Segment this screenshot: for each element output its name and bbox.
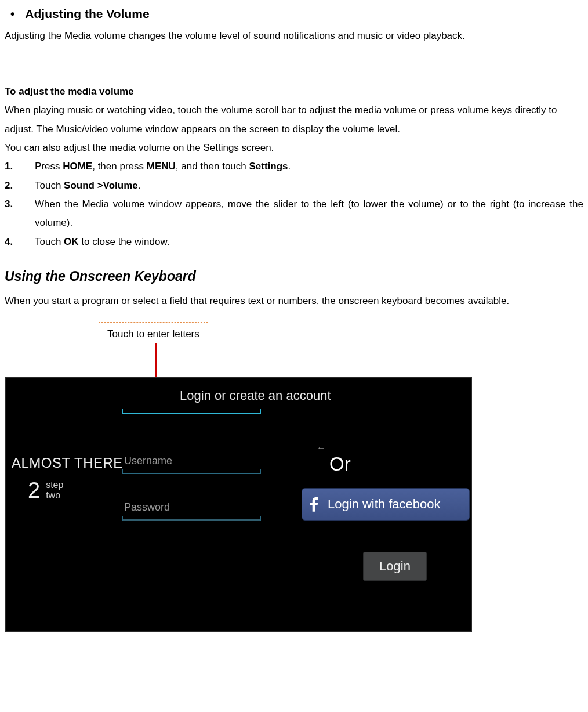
keyboard-diagram: Touch to enter letters ALMOST THERE 2 st… xyxy=(5,322,583,647)
phone-screenshot: ALMOST THERE 2 step two Login or create … xyxy=(5,377,472,632)
media-volume-paragraph-1: When playing music or watching video, to… xyxy=(5,101,583,139)
login-button[interactable]: Login xyxy=(363,552,427,581)
step-4: Touch OK to close the window. xyxy=(5,233,583,251)
step-indicator: 2 step two xyxy=(28,469,63,511)
step-3: When the Media volume window appears, mo… xyxy=(5,195,583,233)
backspace-icon: ← xyxy=(317,439,326,457)
facebook-icon xyxy=(308,497,321,512)
step-text: step two xyxy=(46,480,63,501)
onscreen-keyboard-intro: When you start a program or select a fie… xyxy=(5,292,583,310)
password-placeholder: Password xyxy=(124,501,170,513)
login-title: Login or create an account xyxy=(180,384,331,408)
section-adjusting-volume-heading: • Adjusting the Volume xyxy=(5,2,583,26)
top-input-underline[interactable] xyxy=(122,407,261,414)
step-2: Touch Sound >Volume. xyxy=(5,176,583,195)
login-button-label: Login xyxy=(379,554,411,579)
facebook-button-label: Login with facebook xyxy=(328,492,440,516)
callout-label: Touch to enter letters xyxy=(99,322,208,346)
step-1: Press HOME, then press MENU, and then to… xyxy=(5,157,583,176)
media-volume-paragraph-2: You can also adjust the media volume on … xyxy=(5,139,583,157)
media-volume-subheading: To adjust the media volume xyxy=(5,82,583,101)
username-field[interactable]: Username xyxy=(122,447,261,474)
bullet-dot: • xyxy=(10,2,14,26)
login-with-facebook-button[interactable]: Login with facebook xyxy=(302,488,470,521)
heading-text: Adjusting the Volume xyxy=(25,2,149,26)
volume-intro-paragraph: Adjusting the Media volume changes the v… xyxy=(5,27,583,45)
or-label: Or xyxy=(329,446,351,483)
password-field[interactable]: Password xyxy=(122,494,261,521)
steps-list: Press HOME, then press MENU, and then to… xyxy=(5,157,583,251)
username-placeholder: Username xyxy=(124,455,172,467)
step-number: 2 xyxy=(28,469,40,511)
onscreen-keyboard-heading: Using the Onscreen Keyboard xyxy=(5,264,583,290)
